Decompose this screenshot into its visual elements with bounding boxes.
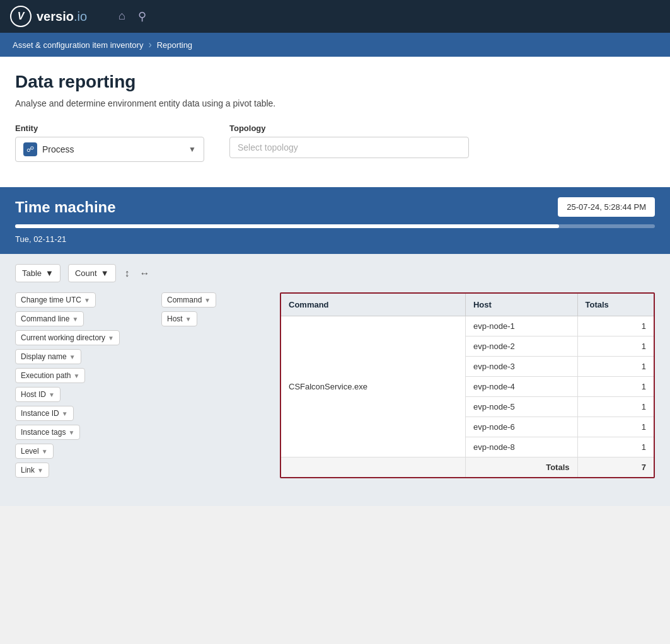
- host-cell: evp-node-5: [465, 397, 577, 417]
- view-type-label: Table: [22, 268, 42, 278]
- count-cell: 1: [577, 417, 654, 437]
- home-icon[interactable]: ⌂: [118, 9, 125, 23]
- field-chip[interactable]: Level ▼: [15, 444, 54, 459]
- field-chip[interactable]: Current working directory ▼: [15, 330, 120, 345]
- time-machine-title: Time machine: [15, 198, 116, 216]
- sort-icon[interactable]: ↕: [124, 267, 131, 280]
- count-cell: 1: [577, 377, 654, 397]
- time-machine-datetime: 25-07-24, 5:28:44 PM: [558, 197, 655, 217]
- aggregate-label: Count: [75, 268, 97, 278]
- field-chip[interactable]: Display name ▼: [15, 349, 81, 364]
- view-type-arrow: ▼: [45, 268, 54, 278]
- entity-icon: ☍: [23, 142, 37, 156]
- page-description: Analyse and determine environment entity…: [15, 98, 655, 108]
- time-machine-slider[interactable]: [15, 224, 655, 228]
- pivot-table: Command Host Totals CSFalconService.exee…: [281, 294, 654, 477]
- logo-text: versio.io: [37, 9, 87, 24]
- page-title: Data reporting: [15, 72, 655, 92]
- main-content: Data reporting Analyse and determine env…: [0, 57, 670, 506]
- logo[interactable]: V versio.io: [10, 6, 87, 27]
- host-cell: evp-node-8: [465, 437, 577, 457]
- count-cell: 1: [577, 316, 654, 336]
- logo-icon: V: [10, 6, 32, 27]
- column-chip[interactable]: Command ▼: [161, 292, 216, 308]
- time-machine-date: Tue, 02-11-21: [15, 234, 655, 244]
- topology-placeholder: Select topology: [238, 142, 298, 152]
- top-nav: V versio.io ⌂ ⚲: [0, 0, 670, 33]
- col-command: Command: [281, 294, 465, 316]
- count-cell: 1: [577, 437, 654, 457]
- host-cell: evp-node-4: [465, 377, 577, 397]
- command-cell: CSFalconService.exe: [281, 316, 465, 457]
- breadcrumb: Asset & configuration item inventory › R…: [0, 33, 670, 57]
- resize-icon[interactable]: ↔: [139, 267, 151, 280]
- field-chip[interactable]: Command line ▼: [15, 311, 84, 326]
- table-row: CSFalconService.exeevp-node-11: [281, 316, 654, 336]
- breadcrumb-separator: ›: [148, 39, 151, 50]
- time-machine-slider-fill: [15, 224, 559, 228]
- search-icon[interactable]: ⚲: [138, 9, 146, 23]
- breadcrumb-parent[interactable]: Asset & configuration item inventory: [13, 40, 143, 50]
- totals-label: Totals: [465, 457, 577, 478]
- filters-row: Entity ☍ Process ▼ Topology Select topol…: [15, 124, 655, 172]
- entity-filter-group: Entity ☍ Process ▼: [15, 124, 204, 162]
- col-totals: Totals: [577, 294, 654, 316]
- nav-icons: ⌂ ⚲: [118, 9, 146, 23]
- aggregate-arrow: ▼: [101, 268, 109, 278]
- count-cell: 1: [577, 357, 654, 377]
- count-cell: 1: [577, 397, 654, 417]
- view-type-dropdown[interactable]: Table ▼: [15, 264, 61, 282]
- data-table-wrapper: Command Host Totals CSFalconService.exee…: [280, 292, 655, 478]
- host-cell: evp-node-3: [465, 357, 577, 377]
- totals-row: Totals7: [281, 457, 654, 478]
- field-chip[interactable]: Link ▼: [15, 463, 49, 478]
- topology-filter-group: Topology Select topology: [229, 124, 469, 162]
- field-chip[interactable]: Instance ID ▼: [15, 406, 74, 421]
- pivot-layout: Change time UTC ▼Command line ▼Current w…: [15, 292, 655, 478]
- col-host: Host: [465, 294, 577, 316]
- breadcrumb-current: Reporting: [157, 40, 192, 50]
- host-cell: evp-node-2: [465, 336, 577, 357]
- time-machine-header: Time machine 25-07-24, 5:28:44 PM: [15, 197, 655, 217]
- field-chip[interactable]: Instance tags ▼: [15, 425, 80, 440]
- host-cell: evp-node-1: [465, 316, 577, 336]
- count-cell: 1: [577, 336, 654, 357]
- entity-select[interactable]: ☍ Process ▼: [15, 137, 204, 162]
- field-chip[interactable]: Execution path ▼: [15, 368, 85, 383]
- topology-label: Topology: [229, 124, 469, 133]
- fields-panel: Change time UTC ▼Command line ▼Current w…: [15, 292, 154, 478]
- totals-value: 7: [577, 457, 654, 478]
- pivot-area: Table ▼ Count ▼ ↕ ↔ Change time UTC ▼Com…: [0, 254, 670, 506]
- entity-dropdown-arrow: ▼: [188, 145, 196, 154]
- field-chip[interactable]: Change time UTC ▼: [15, 292, 96, 308]
- topology-select[interactable]: Select topology: [229, 137, 469, 158]
- time-machine: Time machine 25-07-24, 5:28:44 PM Tue, 0…: [0, 187, 670, 254]
- table-header-row: Command Host Totals: [281, 294, 654, 316]
- entity-value: Process: [42, 144, 188, 154]
- pivot-controls: Table ▼ Count ▼ ↕ ↔: [15, 264, 655, 282]
- host-cell: evp-node-6: [465, 417, 577, 437]
- field-chip[interactable]: Host ID ▼: [15, 387, 61, 402]
- entity-label: Entity: [15, 124, 204, 133]
- columns-panel: Command ▼Host ▼: [154, 292, 280, 478]
- aggregate-dropdown[interactable]: Count ▼: [68, 264, 116, 282]
- column-chip[interactable]: Host ▼: [161, 311, 197, 326]
